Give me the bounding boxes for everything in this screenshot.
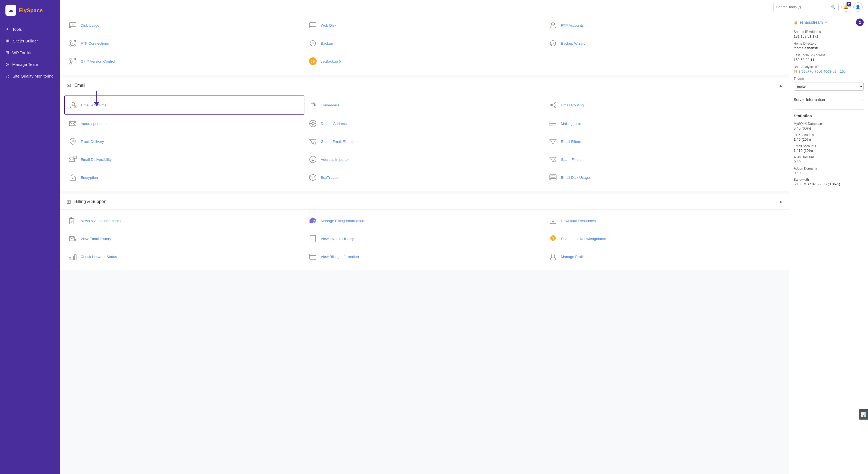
logo[interactable]: ☁ ElySpace [0, 0, 60, 21]
last-login-label: Last Login IP Address [794, 53, 864, 57]
notification-button[interactable]: 🔔 2 [841, 2, 850, 12]
grid-item-email-disk-usage[interactable]: Email Disk Usage [545, 168, 785, 187]
email-section-title-group: ✉ Email [66, 82, 85, 89]
web-disk-icon [308, 20, 318, 31]
server-info-row[interactable]: Server Information › [794, 94, 864, 105]
grid-item-view-invoice[interactable]: View Invoice History [304, 230, 545, 248]
email-filters-label: Email Filters [561, 140, 581, 144]
sidebar-label-quality: Site Quality Monitoring [12, 74, 54, 78]
forwarders-label: Forwarders [321, 103, 339, 107]
ftp-accounts-label: FTP Accounts [561, 24, 584, 28]
grid-item-encryption[interactable]: Encryption [64, 168, 304, 187]
svg-text:?: ? [552, 236, 555, 240]
stat-email-accounts-label: Email Accounts [794, 144, 864, 148]
global-email-filters-label: Global Email Filters [321, 140, 352, 144]
grid-item-autoresponders[interactable]: Autoresponders [64, 114, 304, 133]
encryption-label: Encryption [81, 175, 98, 179]
stat-ftp-value: 1 / 5 (20%) [794, 137, 864, 141]
grid-item-ftp-connections[interactable]: FTP FTP Connections [64, 34, 304, 52]
web-disk-label: Web Disk [321, 24, 337, 28]
sidebar-item-wptoolkit[interactable]: ⊞ WP Toolkit [0, 47, 60, 59]
logo-text: ElySpace [19, 7, 43, 13]
grid-item-news[interactable]: News & Announcements [64, 212, 304, 230]
svg-point-73 [551, 179, 551, 180]
analytics-value[interactable]: 📋 8f99a77d-76c6-4068-a9…15.. [794, 69, 864, 73]
search-box[interactable]: 🔍 [773, 3, 839, 11]
grid-item-download-resources[interactable]: Download Resources [545, 212, 785, 230]
svg-point-10 [70, 45, 71, 46]
email-section-header[interactable]: ✉ Email ▲ [60, 78, 789, 93]
grid-item-view-email-history[interactable]: View Email History [64, 230, 304, 248]
stat-alias-label: Alias Domains [794, 156, 864, 159]
grid-item-email-routing[interactable]: Email Routing [545, 96, 785, 114]
theme-select[interactable]: jupiter [794, 82, 864, 91]
svg-point-11 [74, 45, 76, 46]
stat-mysql-label: MySQL® Databases [794, 122, 864, 126]
grid-item-ftp-accounts[interactable]: FTP FTP Accounts [545, 16, 785, 34]
email-disk-usage-icon [548, 172, 558, 182]
svg-point-26 [72, 102, 74, 105]
sidebar-nav: ✦ Tools ▣ Sitejet Builder ⊞ WP Toolkit ⊙… [0, 21, 60, 84]
jetbackup-icon: JB [308, 56, 318, 66]
address-importer-label: Address Importer [321, 158, 349, 162]
theme-row: Theme jupiter [794, 77, 864, 91]
grid-item-track-delivery[interactable]: Track Delivery [64, 133, 304, 150]
analytics-floating-btn[interactable]: 📊 [859, 409, 868, 419]
external-link-icon[interactable]: ↗ [825, 21, 827, 24]
stat-addon-label: Addon Domains [794, 167, 864, 170]
grid-item-email-deliverability[interactable]: Email Deliverability [64, 150, 304, 168]
svg-point-40 [312, 123, 314, 125]
grid-item-default-address[interactable]: Default Address [304, 114, 545, 133]
grid-item-jetbackup[interactable]: JB JetBackup 5 [304, 52, 545, 70]
billing-section-header[interactable]: ⊞ Billing & Support ▲ [60, 194, 789, 209]
user-button[interactable]: 👤 [853, 2, 863, 12]
svg-text:JB: JB [311, 60, 315, 63]
view-billing-icon [308, 251, 318, 262]
grid-item-email-filters[interactable]: Email Filters [545, 133, 785, 150]
autoresponders-icon [67, 118, 78, 129]
svg-point-34 [554, 106, 556, 107]
grid-item-disk-usage[interactable]: Disk Usage [64, 16, 304, 34]
sidebar-item-site-quality[interactable]: ◎ Site Quality Monitoring [0, 70, 60, 82]
grid-item-backup[interactable]: Backup [304, 34, 545, 52]
grid-item-manage-profile[interactable]: Manage Profile [545, 248, 785, 266]
grid-item-backup-wizard[interactable]: Backup Wizard [545, 34, 785, 52]
svg-point-2 [70, 27, 71, 28]
manage-billing-label: Manage Billing Information [321, 219, 364, 223]
sidebar-item-tools[interactable]: ✦ Tools [0, 24, 60, 35]
grid-item-check-network[interactable]: Check Network Status [64, 248, 304, 266]
svg-marker-83 [551, 221, 555, 222]
sidebar-item-sitejet[interactable]: ▣ Sitejet Builder [0, 35, 60, 47]
svg-point-8 [70, 40, 71, 42]
svg-marker-87 [75, 239, 76, 241]
grid-item-address-importer[interactable]: Address Importer [304, 150, 545, 168]
svg-point-51 [72, 140, 73, 142]
theme-label: Theme [794, 77, 864, 80]
grid-item-forwarders[interactable]: Forwarders [304, 96, 545, 114]
grid-item-boxtrapper[interactable]: BoxTrapper [304, 168, 545, 187]
svg-text:FTP: FTP [70, 42, 73, 44]
grid-item-mailing-lists[interactable]: Mailing Lists [545, 114, 785, 133]
svg-point-32 [550, 104, 552, 106]
grid-item-git[interactable]: Git™ Version Control [64, 52, 304, 70]
shared-ip-row: Shared IP Address 131.153.51.171 [794, 30, 864, 38]
grid-item-manage-billing[interactable]: Manage Billing Information [304, 212, 545, 230]
ftp-connections-label: FTP Connections [81, 41, 109, 45]
grid-item-web-disk[interactable]: Web Disk [304, 16, 545, 34]
domain-link[interactable]: eshan.stream [800, 20, 823, 25]
search-input[interactable] [776, 5, 829, 9]
search-button[interactable]: 🔍 [831, 5, 836, 9]
sidebar-item-manage-team[interactable]: ⊙ Manage Team [0, 59, 60, 70]
stat-email-accounts: Email Accounts 1 / 10 (10%) [794, 144, 864, 153]
grid-item-global-email-filters[interactable]: Global Email Filters [304, 133, 545, 150]
backup-icon [308, 38, 318, 48]
disk-usage-label: Disk Usage [81, 24, 99, 28]
svg-point-20 [74, 58, 76, 60]
mailing-lists-label: Mailing Lists [561, 122, 581, 126]
search-knowledgebase-icon: ? [548, 233, 558, 244]
email-section-title: Email [74, 83, 85, 88]
grid-item-spam-filters[interactable]: Spam Filters [545, 150, 785, 168]
grid-item-search-knowledgebase[interactable]: ? Search our Knowledgebase [545, 230, 785, 248]
grid-item-view-billing[interactable]: View Billing Information [304, 248, 545, 266]
content-area: Disk Usage Web Disk [60, 14, 868, 474]
